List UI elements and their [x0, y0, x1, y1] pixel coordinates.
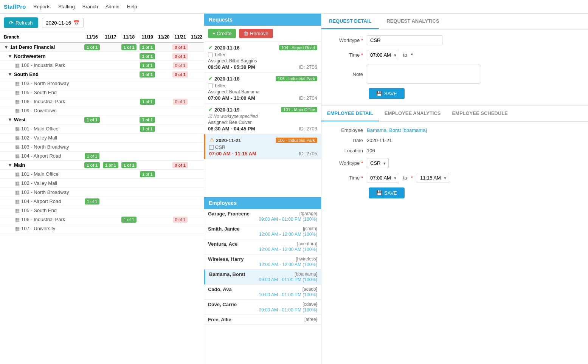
date-cell[interactable]	[101, 61, 120, 70]
date-cell[interactable]: 1 of 1	[120, 215, 138, 224]
date-cell[interactable]	[120, 206, 138, 215]
date-cell[interactable]	[189, 161, 204, 170]
date-cell[interactable]	[138, 161, 157, 170]
table-row[interactable]: ▦106 - Industrial Park1 of 10 of 1	[0, 97, 204, 106]
date-cell[interactable]	[171, 224, 189, 233]
request-item[interactable]: ✔2020-11-18 106 - Industrial Park Teller…	[204, 73, 321, 104]
table-row[interactable]: ▼West1 of 11 of 1	[0, 115, 204, 124]
date-cell[interactable]	[101, 224, 120, 233]
date-cell[interactable]	[83, 179, 101, 188]
table-row[interactable]: ▦104 - Airport Road1 of 1	[0, 152, 204, 161]
date-cell[interactable]	[120, 143, 138, 152]
date-cell[interactable]	[189, 170, 204, 179]
date-cell[interactable]	[157, 143, 171, 152]
date-cell[interactable]	[120, 88, 138, 97]
date-cell[interactable]	[120, 79, 138, 88]
time-from-select[interactable]: 07:00 AM	[367, 50, 399, 60]
date-cell[interactable]	[189, 143, 204, 152]
tab-request-analytics[interactable]: REQUEST ANALYTICS	[379, 14, 447, 29]
date-cell[interactable]: 1 of 1	[83, 161, 101, 170]
date-cell[interactable]	[120, 115, 138, 124]
date-cell[interactable]	[157, 79, 171, 88]
date-cell[interactable]	[83, 70, 101, 79]
date-cell[interactable]	[83, 170, 101, 179]
table-row[interactable]: ▼Northwestern1 of 10 of 1	[0, 52, 204, 61]
date-cell[interactable]	[171, 124, 189, 133]
date-cell[interactable]: 1 of 1	[83, 152, 101, 161]
calendar-icon[interactable]: 📅	[73, 20, 79, 26]
date-cell[interactable]: 1 of 1	[138, 70, 157, 79]
branch-name[interactable]: West	[14, 117, 26, 122]
date-cell[interactable]	[189, 188, 204, 197]
date-cell[interactable]: 1 of 1	[138, 42, 157, 52]
date-cell[interactable]	[120, 52, 138, 61]
employee-item[interactable]: Garage, Francene [fgarage] 09:00 AM - 01…	[204, 209, 321, 224]
date-cell[interactable]: 1 of 1	[83, 42, 101, 52]
date-cell[interactable]	[120, 61, 138, 70]
date-cell[interactable]	[120, 97, 138, 106]
date-cell[interactable]	[157, 124, 171, 133]
date-cell[interactable]	[83, 133, 101, 143]
nav-help[interactable]: Help	[127, 4, 137, 9]
employee-save-button[interactable]: 💾 SAVE	[369, 187, 405, 198]
date-cell[interactable]	[101, 124, 120, 133]
date-cell[interactable]	[171, 188, 189, 197]
employee-item[interactable]: Dave, Carrie [cdave] 09:00 AM - 01:00 PM…	[204, 300, 321, 315]
table-row[interactable]: ▦102 - Valley Mall	[0, 179, 204, 188]
date-cell[interactable]	[101, 52, 120, 61]
date-cell[interactable]	[157, 179, 171, 188]
table-row[interactable]: ▦103 - North Broadway	[0, 188, 204, 197]
nav-staffing[interactable]: Staffing	[58, 4, 75, 9]
employee-item[interactable]: Ventura, Ace [aventura] 12:00 AM - 12:00…	[204, 239, 321, 254]
date-cell[interactable]	[157, 115, 171, 124]
table-row[interactable]: ▦101 - Main Office1 of 1	[0, 170, 204, 179]
date-cell[interactable]	[189, 61, 204, 70]
date-cell[interactable]	[101, 133, 120, 143]
employee-item[interactable]: Cado, Ava [acado] 10:00 AM - 01:00 PM (1…	[204, 285, 321, 300]
date-cell[interactable]	[101, 152, 120, 161]
date-cell[interactable]	[83, 61, 101, 70]
date-cell[interactable]	[157, 88, 171, 97]
date-cell[interactable]	[83, 188, 101, 197]
tab-employee-analytics[interactable]: EMPLOYEE ANALYTICS	[379, 106, 447, 121]
date-cell[interactable]	[83, 124, 101, 133]
date-cell[interactable]	[157, 42, 171, 52]
date-cell[interactable]	[157, 133, 171, 143]
employee-item[interactable]: Bamama, Borat [bbamama] 09:00 AM - 01:00…	[204, 270, 321, 285]
employee-item[interactable]: Free, Allie [afree]	[204, 315, 321, 325]
remove-request-button[interactable]: 🗑 Remove	[239, 29, 273, 38]
date-cell[interactable]: 1 of 1	[120, 161, 138, 170]
date-cell[interactable]: 1 of 1	[138, 115, 157, 124]
table-row[interactable]: ▦104 - Airport Road1 of 1	[0, 197, 204, 206]
emp-worktype-select[interactable]: CSR	[367, 158, 389, 168]
table-row[interactable]: ▦103 - North Broadway	[0, 143, 204, 152]
date-cell[interactable]	[83, 88, 101, 97]
date-cell[interactable]	[171, 115, 189, 124]
date-cell[interactable]	[157, 52, 171, 61]
date-cell[interactable]: 1 of 1	[138, 170, 157, 179]
date-cell[interactable]	[101, 97, 120, 106]
date-cell[interactable]	[189, 179, 204, 188]
date-cell[interactable]	[101, 215, 120, 224]
tab-request-detail[interactable]: REQUEST DETAIL	[321, 14, 379, 29]
date-cell[interactable]: 1 of 1	[101, 161, 120, 170]
date-cell[interactable]	[189, 106, 204, 115]
date-cell[interactable]	[138, 224, 157, 233]
date-cell[interactable]	[171, 88, 189, 97]
date-cell[interactable]	[138, 179, 157, 188]
date-cell[interactable]: 0 of 1	[171, 70, 189, 79]
date-cell[interactable]	[120, 70, 138, 79]
date-cell[interactable]	[120, 152, 138, 161]
table-row[interactable]: ▦105 - South End	[0, 88, 204, 97]
date-cell[interactable]	[171, 206, 189, 215]
nav-admin[interactable]: Admin	[105, 4, 119, 9]
date-cell[interactable]	[120, 170, 138, 179]
date-cell[interactable]: 1 of 1	[83, 115, 101, 124]
date-cell[interactable]	[189, 197, 204, 206]
date-cell[interactable]: 0 of 1	[171, 52, 189, 61]
date-cell[interactable]	[138, 143, 157, 152]
date-cell[interactable]	[189, 42, 204, 52]
date-cell[interactable]	[171, 170, 189, 179]
collapse-arrow[interactable]: ▼	[4, 44, 9, 50]
date-cell[interactable]	[189, 52, 204, 61]
